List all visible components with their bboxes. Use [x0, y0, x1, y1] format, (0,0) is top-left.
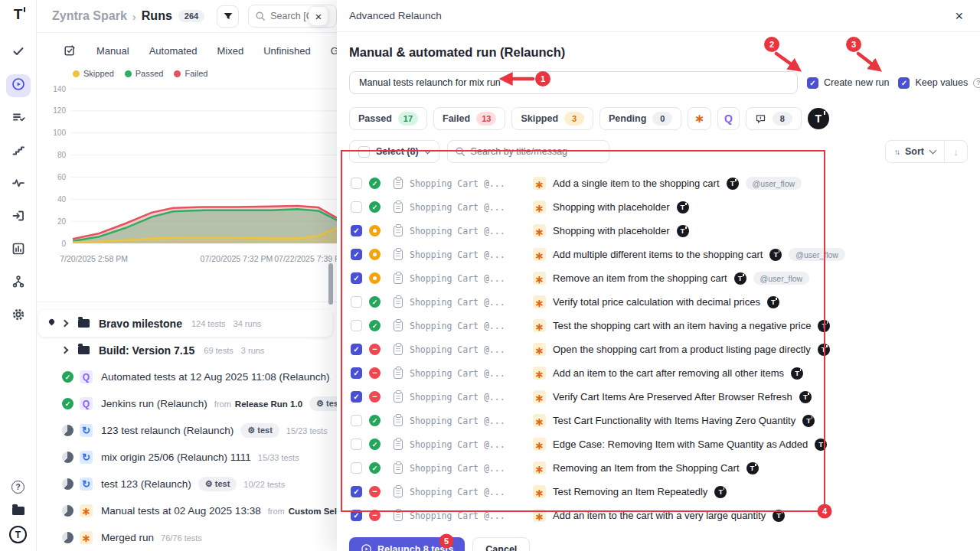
- test-row[interactable]: Shopping Cart @...Add a single item to t…: [351, 171, 968, 195]
- test-row[interactable]: Shopping Cart @...Add multiple different…: [351, 243, 968, 266]
- run-row[interactable]: ∗Manual tests at 02 Aug 2025 13:38fromCu…: [37, 497, 337, 524]
- help-icon[interactable]: ?: [973, 78, 980, 88]
- env-badge: ⚙ test: [198, 477, 237, 491]
- relaunch-button[interactable]: Relaunch 8 tests: [349, 537, 465, 551]
- test-checkbox[interactable]: [351, 225, 362, 236]
- legend-passed[interactable]: Passed: [125, 69, 164, 78]
- run-row[interactable]: ∗Merged run76/76 tests: [37, 524, 337, 551]
- mixed-run-icon: [533, 367, 546, 380]
- failed-filter-chip[interactable]: Failed 13: [433, 107, 505, 130]
- test-checkbox[interactable]: [351, 272, 362, 284]
- test-row[interactable]: Shopping Cart @...Shopping with placehol…: [351, 195, 968, 219]
- test-checkbox[interactable]: [351, 486, 362, 497]
- tab-manual[interactable]: Manual: [87, 45, 139, 57]
- sidebar-item-runs[interactable]: [6, 74, 31, 97]
- test-checkbox[interactable]: [351, 344, 362, 355]
- test-checkbox[interactable]: [351, 367, 362, 379]
- mixed-run-icon: [533, 224, 546, 237]
- test-checkbox[interactable]: [351, 249, 362, 260]
- milestone-row[interactable]: Bravo milestone124 tests34 runs: [38, 310, 332, 337]
- tab-mixed[interactable]: Mixed: [207, 45, 254, 57]
- select-all-icon[interactable]: [64, 44, 76, 57]
- test-row[interactable]: Shopping Cart @...Verify Cart Items Are …: [351, 385, 968, 409]
- test-row[interactable]: Shopping Cart @...Remove an item from th…: [351, 266, 968, 290]
- automated-filter-chip[interactable]: Q: [717, 107, 740, 130]
- test-row[interactable]: Shopping Cart @...Edge Case: Removing It…: [351, 432, 968, 456]
- test-checkbox[interactable]: [351, 296, 362, 308]
- sidebar-item-analytics[interactable]: [6, 239, 31, 262]
- legend-skipped[interactable]: Skipped: [73, 69, 114, 78]
- test-row[interactable]: Shopping Cart @...Shopping with placehol…: [351, 219, 968, 243]
- test-checkbox[interactable]: [351, 320, 362, 331]
- test-row[interactable]: Shopping Cart @...Test Cart Functionalit…: [351, 409, 968, 432]
- test-row[interactable]: Shopping Cart @...Add an item to the car…: [351, 361, 968, 385]
- test-checkbox[interactable]: [351, 439, 362, 450]
- test-row[interactable]: Shopping Cart @...Verify total price cal…: [351, 290, 968, 314]
- help-icon[interactable]: ?: [11, 481, 24, 494]
- run-row[interactable]: ↻test 123 (Relaunch)⚙ test10/22 tests: [37, 471, 337, 497]
- run-row[interactable]: ↻123 test relaunch (Relaunch)⚙ test15/23…: [37, 417, 337, 444]
- tests-search[interactable]: [447, 140, 609, 163]
- sort-dropdown[interactable]: ↑↓ Sort: [886, 141, 944, 162]
- test-checkbox[interactable]: [351, 510, 362, 521]
- test-row[interactable]: Shopping Cart @...Open the shopping cart…: [351, 337, 968, 361]
- select-all-checkbox[interactable]: [358, 146, 370, 158]
- sidebar-item-import[interactable]: [6, 206, 31, 229]
- test-row[interactable]: Shopping Cart @...Test the shopping cart…: [351, 314, 968, 337]
- test-row[interactable]: Shopping Cart @...Removing an Item from …: [351, 456, 968, 480]
- keep-values-option[interactable]: Keep values ?: [898, 77, 980, 89]
- run-row[interactable]: QAutomated tests at 12 Aug 2025 11:08 (R…: [37, 364, 337, 390]
- test-tag[interactable]: @user_flow: [789, 248, 845, 261]
- profile-logo-icon[interactable]: T: [9, 526, 27, 543]
- sidebar-item-tests[interactable]: [6, 41, 31, 64]
- run-row[interactable]: ↻mix origin 25/06 (Relaunch) 111115/33 t…: [37, 444, 337, 471]
- page-scrollbar[interactable]: [328, 263, 333, 305]
- test-tag[interactable]: @user_flow: [746, 177, 802, 190]
- tab-automated[interactable]: Automated: [139, 45, 207, 57]
- tab-unfinished[interactable]: Unfinished: [253, 45, 320, 57]
- test-checkbox[interactable]: [351, 178, 362, 189]
- tab-groups[interactable]: Groups: [321, 45, 337, 57]
- breadcrumb-project[interactable]: Zyntra Spark: [52, 9, 127, 23]
- filter-button[interactable]: [217, 5, 239, 28]
- sidebar-item-settings[interactable]: [6, 305, 31, 328]
- test-title: Test Cart Functionality with Items Havin…: [553, 415, 795, 426]
- testomat-filter-chip[interactable]: T: [808, 108, 829, 129]
- close-icon[interactable]: ×: [955, 9, 963, 23]
- sidebar-item-steps[interactable]: [6, 140, 31, 163]
- skipped-filter-chip[interactable]: Skipped 3: [511, 107, 593, 130]
- create-new-run-checkbox[interactable]: [807, 77, 818, 89]
- projects-icon[interactable]: [12, 507, 24, 515]
- passed-filter-chip[interactable]: Passed 17: [349, 107, 427, 130]
- test-checkbox[interactable]: [351, 391, 362, 403]
- test-tag[interactable]: @user_flow: [753, 272, 810, 285]
- test-checkbox[interactable]: [351, 415, 362, 426]
- search-clear-button[interactable]: ×: [309, 6, 328, 26]
- create-new-run-option[interactable]: Create new run: [807, 77, 889, 89]
- mixed-filter-chip[interactable]: ∗: [688, 107, 711, 130]
- from-target[interactable]: Release Run 1.0: [235, 399, 302, 409]
- legend-failed[interactable]: Failed: [174, 69, 207, 78]
- test-row[interactable]: Shopping Cart @...Test Removing an Item …: [351, 480, 968, 504]
- keep-values-checkbox[interactable]: [898, 77, 910, 89]
- pending-filter-chip[interactable]: Pending 0: [599, 107, 681, 130]
- select-dropdown[interactable]: Select (8): [349, 140, 439, 163]
- comments-filter-chip[interactable]: 8: [746, 107, 802, 130]
- sidebar-item-test-plans[interactable]: [6, 107, 31, 130]
- sidebar-item-activity[interactable]: [6, 173, 31, 196]
- milestone-row[interactable]: Build: Version 7.1569 tests3 runs: [37, 337, 337, 364]
- sidebar-item-branches[interactable]: [6, 272, 31, 295]
- tests-search-input[interactable]: [471, 146, 602, 157]
- test-checkbox[interactable]: [351, 201, 362, 213]
- sort-direction-button[interactable]: ↓: [944, 141, 967, 162]
- app-logo[interactable]: T: [14, 6, 23, 23]
- mixed-run-icon: [533, 461, 546, 474]
- run-name-input[interactable]: [349, 71, 798, 94]
- cancel-button[interactable]: Cancel: [472, 537, 530, 551]
- from-target[interactable]: Custom Selection: [289, 507, 337, 516]
- test-checkbox[interactable]: [351, 462, 362, 474]
- test-row[interactable]: Shopping Cart @...Add an item to the car…: [351, 504, 968, 527]
- chevron-right-icon[interactable]: [61, 347, 69, 354]
- run-row[interactable]: QJenkins run (Relaunch)fromRelease Run 1…: [37, 390, 337, 417]
- chevron-right-icon[interactable]: [61, 320, 69, 328]
